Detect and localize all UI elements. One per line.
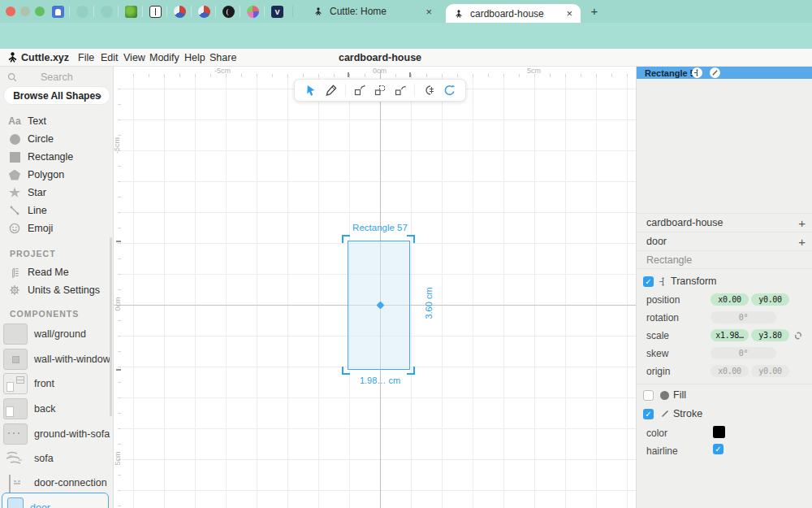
stroke-line-icon [660,409,670,419]
selection-corner-handle[interactable] [342,367,350,375]
hairline-label: hairline [646,445,678,457]
group-row-door[interactable]: door + [637,232,812,250]
stroke-header-icon[interactable] [710,67,720,78]
selection-corner-handle[interactable] [407,367,415,375]
tab-cuttle-home[interactable]: Cuttle: Home × [305,0,440,23]
menu-view[interactable]: View [123,52,145,63]
pinned-extension-icon[interactable] [101,6,113,18]
shape-item-text[interactable]: Aa Text [0,112,113,130]
shape-item-emoji[interactable]: Emoji [0,219,113,237]
design-canvas[interactable]: -5cm 0cm 5cm -5cm 0cm 5cm [114,67,636,508]
shape-item-line[interactable]: Line [0,202,113,219]
menu-file[interactable]: File [78,52,94,63]
menu-share[interactable]: Share [209,52,236,63]
component-item-door[interactable]: door [0,496,113,508]
group-row-cardboard-house[interactable]: cardboard-house + [637,213,812,232]
hairline-checkbox[interactable]: ✓ [713,444,723,454]
pinned-extension-icon[interactable] [174,6,186,18]
shape-item-polygon[interactable]: Polygon [0,166,113,184]
rotate-view-tool-icon[interactable] [439,81,460,99]
component-item-ground-with-sofa[interactable]: ground-with-sofa [0,422,113,445]
project-section-header: PROJECT [10,249,56,258]
sidebar-scrollbar[interactable] [110,237,112,416]
transform-copy-tool-icon[interactable] [349,81,369,99]
position-x-field[interactable]: x0.00 [710,293,749,306]
menu-edit[interactable]: Edit [101,52,119,63]
pinned-extension-icon[interactable] [222,6,235,18]
width-dimension-label[interactable]: 1.98… cm [331,376,429,385]
window-zoom-button[interactable] [35,7,45,16]
skew-row: skew 0° [637,345,812,363]
pinned-extension-icon[interactable] [247,6,259,18]
stroke-color-swatch[interactable] [713,426,725,438]
component-item-sofa[interactable]: sofa [0,446,113,470]
color-label: color [646,428,667,439]
origin-label: origin [646,366,670,377]
component-item-wall-with-window[interactable]: wall-with-window [0,347,113,371]
add-icon[interactable]: + [798,235,806,249]
skew-label: skew [646,348,668,359]
origin-y-field[interactable]: y0.00 [751,365,789,377]
window-minimize-button[interactable] [20,7,30,16]
scale-copy-tool-icon[interactable] [369,81,390,99]
menu-help[interactable]: Help [184,52,205,63]
component-item-front[interactable]: front [0,371,113,395]
window-close-button[interactable] [6,7,15,16]
shape-label: Star [28,187,46,198]
star-shape-icon [7,187,22,198]
scale-x-field[interactable]: x1.98… [710,329,749,341]
select-tool-icon[interactable] [300,81,321,99]
component-thumbnail [3,323,28,345]
menu-modify[interactable]: Modify [149,52,179,63]
stroke-label: Stroke [673,408,702,419]
component-label: wall/ground [34,328,86,340]
snap-grid-tool-icon[interactable] [418,81,438,99]
pinned-extension-icon[interactable] [149,6,162,18]
fill-swatch-icon[interactable] [660,391,669,400]
project-item-units-settings[interactable]: Units & Settings [0,281,113,299]
shape-item-rectangle[interactable]: Rectangle [0,148,113,166]
rotate-copy-tool-icon[interactable] [391,81,411,99]
tab-close-icon[interactable]: × [425,6,432,18]
scale-y-field[interactable]: y3.80 [751,329,789,341]
pinned-extension-icon[interactable]: V [271,6,283,18]
project-item-readme[interactable]: Read Me [0,263,113,281]
link-scale-icon[interactable] [793,330,804,341]
rotation-label: rotation [646,312,679,323]
pinned-extension-icon[interactable] [198,6,210,18]
transform-checkbox[interactable]: ✓ [643,276,654,287]
stroke-checkbox[interactable]: ✓ [643,409,654,419]
rotation-field[interactable]: 0° [710,311,776,323]
search-field[interactable] [0,69,113,85]
tab-cardboard-house[interactable]: cardboard-house × [446,4,581,23]
fill-checkbox[interactable] [643,390,654,401]
component-thumbnail [3,398,28,419]
new-tab-button[interactable]: + [586,3,603,20]
selection-ruler-mark [409,72,411,77]
selection-corner-handle[interactable] [342,235,350,243]
pinned-extension-icon[interactable] [125,6,137,18]
component-item-wall-ground[interactable]: wall/ground [0,322,113,345]
browse-all-shapes-button[interactable]: Browse All Shapes › [3,86,110,105]
pen-tool-icon[interactable] [321,81,341,99]
pinned-extension-icon[interactable] [76,6,89,18]
position-y-field[interactable]: y0.00 [751,293,789,306]
tab-close-icon[interactable]: × [566,7,572,20]
selection-corner-handle[interactable] [407,235,415,243]
component-item-back[interactable]: back [0,397,113,420]
pinned-extension-icon[interactable] [52,6,64,18]
add-icon[interactable]: + [798,216,806,230]
shape-item-star[interactable]: Star [0,184,113,202]
brand-label[interactable]: Cuttle.xyz [21,52,69,63]
document-title: cardboard-house [309,52,451,63]
browser-toolbar: ← → ↻ cuttle.xyz/@keremdiren/cardboard-h… [0,23,812,49]
height-dimension-label[interactable]: 3.60 cm [424,274,434,332]
cuttle-logo-icon[interactable] [6,51,19,63]
skew-field[interactable]: 0° [710,347,776,359]
shape-item-circle[interactable]: Circle [0,130,113,148]
component-item-door-connection[interactable]: door-connection [0,471,113,494]
origin-x-field[interactable]: x0.00 [710,365,749,377]
shape-type-row[interactable]: Rectangle [637,250,812,269]
app-menubar: Cuttle.xyz File Edit View Modify Help Sh… [0,49,812,67]
transform-header-icon[interactable] [692,67,702,78]
